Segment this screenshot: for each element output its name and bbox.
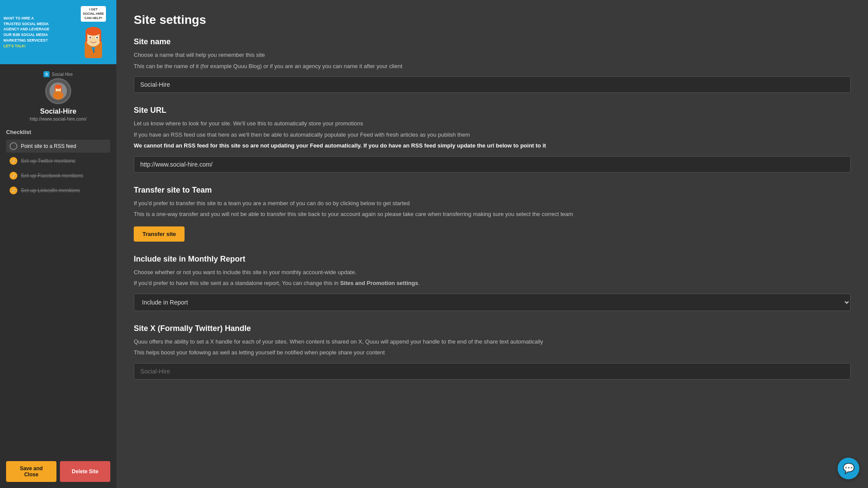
- section-desc1-site-url: Let us know where to look for your site.…: [134, 119, 851, 128]
- sidebar-footer: Save and Close Delete Site: [0, 455, 116, 488]
- section-site-name: Site name Choose a name that will help y…: [134, 37, 851, 93]
- transfer-site-button[interactable]: Transfer site: [134, 226, 185, 242]
- monthly-report-select[interactable]: Include in Report Exclude from Report: [134, 294, 851, 311]
- section-title-transfer: Transfer site to Team: [134, 186, 851, 195]
- check-done-icon: ✓: [10, 172, 17, 180]
- section-site-url: Site URL Let us know where to look for y…: [134, 106, 851, 173]
- section-desc1-monthly-report: Choose whether or not you want to includ…: [134, 268, 851, 277]
- checklist-title: Checklist: [6, 129, 110, 135]
- chat-button[interactable]: 💬: [838, 458, 859, 479]
- sidebar-site-name: Social-Hire: [0, 108, 116, 115]
- checklist-item-label: Set-up LinkedIn mentions: [21, 187, 80, 193]
- speech-bubble: I GET SOCIAL-HIRE CAN HELP!: [81, 6, 106, 21]
- checklist-item-label: Set-up Facebook mentions: [21, 173, 83, 179]
- checklist-item-label: Point site to a RSS feed: [21, 143, 76, 149]
- svg-point-16: [53, 91, 63, 100]
- check-empty-icon: [10, 142, 17, 150]
- banner-line2: TRUSTED SOCIAL MEDIA: [3, 22, 49, 26]
- section-desc2-site-name: This can be the name of it (for example …: [134, 62, 851, 71]
- section-title-monthly-report: Include site in Monthly Report: [134, 255, 851, 264]
- banner-line3: AGENCY AND LEVERAGE: [3, 27, 50, 31]
- section-warning-site-url: We cannot find an RSS feed for this site…: [134, 141, 851, 150]
- banner-line4: OUR B2B SOCIAL MEDIA: [3, 33, 48, 37]
- section-desc1-site-name: Choose a name that will help you remembe…: [134, 51, 851, 59]
- section-title-site-name: Site name: [134, 37, 851, 46]
- banner-cta: LET'S TALK!: [3, 44, 26, 48]
- banner-text: WANT TO HIRE A TRUSTED SOCIAL MEDIA AGEN…: [3, 16, 74, 49]
- speech-line3: CAN HELP!: [85, 16, 102, 20]
- checklist-item-twitter[interactable]: ✓ Set-up Twitter mentions: [6, 154, 110, 167]
- sidebar-banner: WANT TO HIRE A TRUSTED SOCIAL MEDIA AGEN…: [0, 0, 116, 64]
- section-desc2-twitter-handle: This helps boost your following as well …: [134, 348, 851, 357]
- delete-site-button[interactable]: Delete Site: [60, 461, 110, 482]
- section-desc1-transfer: If you'd prefer to transfer this site to…: [134, 199, 851, 208]
- checklist-item-label: Set-up Twitter mentions: [21, 158, 76, 164]
- twitter-handle-input[interactable]: [134, 363, 851, 380]
- section-desc2-site-url: If you have an RSS feed use that here as…: [134, 131, 851, 139]
- page-title: Site settings: [134, 13, 851, 27]
- chat-icon: 💬: [843, 463, 855, 474]
- section-desc1-twitter-handle: Quuu offers the ability to set a X handl…: [134, 337, 851, 346]
- avatar: [45, 78, 71, 104]
- check-done-icon: ✓: [10, 187, 17, 194]
- speech-line2: SOCIAL-HIRE: [83, 12, 104, 16]
- svg-point-2: [86, 27, 101, 36]
- svg-point-13: [55, 85, 62, 89]
- svg-point-7: [89, 36, 91, 38]
- banner-right: I GET SOCIAL-HIRE CAN HELP!: [74, 6, 113, 58]
- section-desc2-transfer: This is a one-way transfer and you will …: [134, 210, 851, 219]
- section-title-site-url: Site URL: [134, 106, 851, 115]
- banner-line5: MARKETING SERVICES?: [3, 38, 48, 43]
- site-name-input[interactable]: [134, 76, 851, 93]
- section-desc2-monthly-report: If you'd prefer to have this site sent a…: [134, 279, 851, 288]
- svg-rect-14: [55, 87, 56, 92]
- checklist-item-linkedin[interactable]: ✓ Set-up LinkedIn mentions: [6, 184, 110, 197]
- section-monthly-report: Include site in Monthly Report Choose wh…: [134, 255, 851, 311]
- speech-line1: I GET: [89, 7, 98, 11]
- svg-point-8: [96, 36, 98, 38]
- character-illustration: [78, 23, 109, 58]
- sidebar: WANT TO HIRE A TRUSTED SOCIAL MEDIA AGEN…: [0, 0, 116, 488]
- checklist-item-facebook[interactable]: ✓ Set-up Facebook mentions: [6, 169, 110, 182]
- banner-line1: WANT TO HIRE A: [3, 16, 34, 20]
- main-content: Site settings Site name Choose a name th…: [116, 0, 868, 488]
- section-twitter-handle: Site X (Formally Twitter) Handle Quuu of…: [134, 324, 851, 380]
- site-branding: S Social Hire Social-Hire http://www.soc…: [0, 64, 116, 124]
- sidebar-site-url: http://www.social-hire.com/: [0, 116, 116, 121]
- site-url-input[interactable]: [134, 156, 851, 173]
- svg-rect-3: [86, 31, 87, 42]
- save-close-button[interactable]: Save and Close: [6, 461, 56, 482]
- section-title-twitter-handle: Site X (Formally Twitter) Handle: [134, 324, 851, 333]
- section-transfer: Transfer site to Team If you'd prefer to…: [134, 186, 851, 242]
- check-done-icon: ✓: [10, 157, 17, 165]
- svg-rect-4: [99, 31, 101, 42]
- checklist: Checklist Point site to a RSS feed ✓ Set…: [0, 124, 116, 204]
- svg-rect-15: [61, 87, 62, 92]
- checklist-item-rss[interactable]: Point site to a RSS feed: [6, 140, 110, 153]
